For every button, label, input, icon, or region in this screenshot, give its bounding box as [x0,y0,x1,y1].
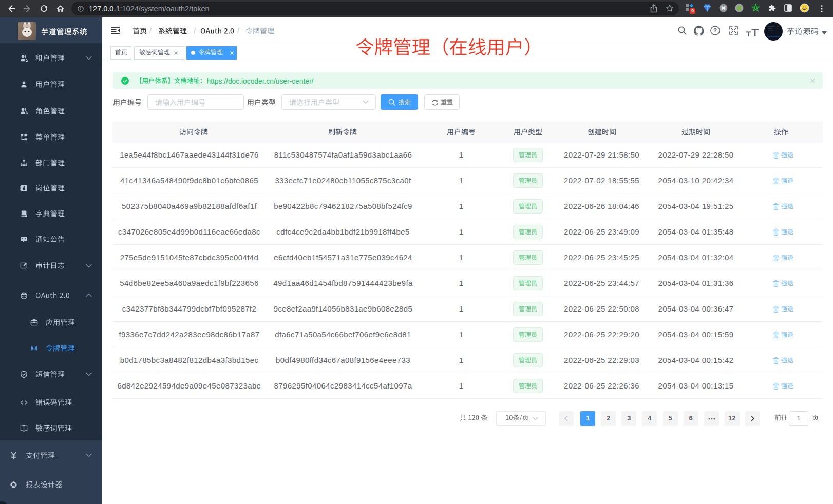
svg-text:⌘: ⌘ [721,5,726,11]
svg-text:?: ? [713,27,717,33]
